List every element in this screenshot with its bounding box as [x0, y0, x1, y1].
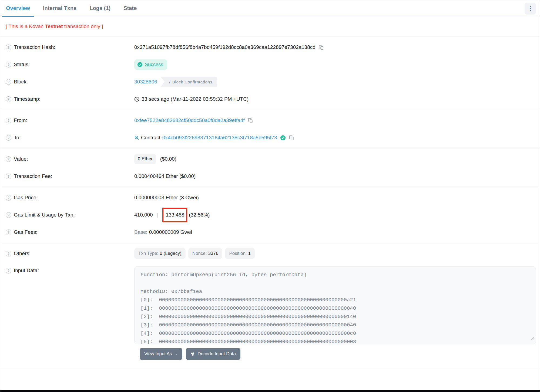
- badge-txn-type: Txn Type:0 (Legacy): [134, 248, 186, 259]
- copy-icon[interactable]: [319, 45, 324, 50]
- tab-state[interactable]: State: [119, 0, 141, 17]
- row-block: ? Block: 30328606 7 Block Confirmations: [0, 73, 540, 90]
- help-icon[interactable]: ?: [6, 229, 11, 235]
- transaction-fee-label: Transaction Fee:: [14, 173, 52, 179]
- row-gas-price: ? Gas Price: 0.000000003 Ether (3 Gwei): [0, 189, 540, 206]
- input-actions: View Input As ⌄ Decode Input Data: [140, 348, 540, 360]
- notice-text-suffix: transaction only ]: [63, 23, 103, 29]
- help-icon[interactable]: ?: [6, 174, 11, 179]
- tabs: OverviewInternal TxnsLogs (1)State: [2, 0, 146, 17]
- section-gas: ? Gas Price: 0.000000003 Ether (3 Gwei) …: [0, 187, 540, 243]
- section-others-input: ? Others: Txn Type:0 (Legacy)Nonce:3376P…: [0, 243, 540, 368]
- row-value: ? Value: 0 Ether ($0.00): [0, 150, 540, 168]
- gas-limit-usage-label: Gas Limit & Usage by Txn:: [14, 212, 75, 218]
- transaction-hash-value: 0x371a51097fb78df856f8b4a7bd459f192d8cc8…: [134, 44, 316, 50]
- help-icon[interactable]: ?: [6, 45, 11, 50]
- base-fee-label: Base:: [134, 229, 147, 235]
- copy-icon[interactable]: [248, 118, 253, 123]
- block-confirmations-badge: 7 Block Confirmations: [160, 77, 217, 87]
- help-icon[interactable]: ?: [6, 268, 11, 273]
- blank-line: [140, 279, 530, 288]
- help-icon[interactable]: ?: [6, 135, 11, 141]
- gas-used-percent: (32.56%): [189, 212, 210, 218]
- section-parties: ? From: 0xfee7522e8482682cf50ddc50a0f8da…: [0, 110, 540, 148]
- decode-input-data-label: Decode Input Data: [197, 351, 236, 357]
- section-value: ? Value: 0 Ether ($0.00) ? Transaction F…: [0, 148, 540, 187]
- block-number-link[interactable]: 30328606: [134, 79, 157, 85]
- gas-price-value: 0.000000003 Ether (3 Gwei): [134, 195, 199, 201]
- more-options-button[interactable]: ⋮: [525, 3, 536, 15]
- row-gas-limit-usage: ? Gas Limit & Usage by Txn: 410,000 | 13…: [0, 206, 540, 224]
- badge-position: Position:1: [225, 248, 255, 259]
- check-circle-icon: [137, 62, 143, 67]
- input-param-line: [0]:000000000000000000000000000000000000…: [140, 296, 530, 304]
- input-params: [0]:000000000000000000000000000000000000…: [140, 296, 530, 344]
- help-icon[interactable]: ?: [6, 96, 11, 102]
- separator: |: [157, 212, 158, 218]
- help-icon[interactable]: ?: [6, 156, 11, 162]
- help-icon[interactable]: ?: [6, 79, 11, 85]
- help-icon[interactable]: ?: [6, 195, 11, 201]
- status-badge: Success: [134, 59, 167, 70]
- resize-handle-icon[interactable]: [531, 334, 535, 343]
- block-label: Block:: [14, 79, 28, 85]
- transaction-detail-page: OverviewInternal TxnsLogs (1)State ⋮ [ T…: [0, 0, 540, 392]
- to-kind-label: Contract: [141, 135, 160, 141]
- verified-check-icon: [280, 135, 286, 141]
- section-summary: ? Transaction Hash: 0x371a51097fb78df856…: [0, 37, 540, 110]
- view-input-as-button[interactable]: View Input As ⌄: [140, 348, 182, 360]
- row-transaction-hash: ? Transaction Hash: 0x371a51097fb78df856…: [0, 39, 540, 56]
- gas-price-label: Gas Price:: [14, 195, 38, 201]
- status-label: Status:: [14, 62, 30, 67]
- bottom-bar: [0, 390, 540, 392]
- clock-icon: [134, 97, 139, 102]
- gas-limit-value: 410,000: [134, 212, 153, 218]
- ether-value-badge: 0 Ether: [134, 154, 156, 164]
- help-icon[interactable]: ?: [6, 212, 11, 218]
- notice-text: [ This is a Kovan: [6, 23, 45, 29]
- function-signature: Function: performUpkeep(uint256 id, byte…: [140, 271, 530, 279]
- tab-internal-txns[interactable]: Internal Txns: [39, 0, 81, 17]
- zoom-in-icon[interactable]: [134, 135, 139, 140]
- gas-used-value: 133,488: [166, 212, 185, 218]
- row-status: ? Status: Success: [0, 56, 540, 73]
- transaction-hash-label: Transaction Hash:: [14, 44, 55, 50]
- testnet-notice: [ This is a Kovan Testnet transaction on…: [0, 17, 540, 37]
- input-data-box[interactable]: Function: performUpkeep(uint256 id, byte…: [134, 266, 536, 344]
- input-param-line: [1]:000000000000000000000000000000000000…: [140, 304, 530, 313]
- method-id: MethodID: 0x7bbaf1ea: [140, 288, 530, 296]
- row-input-data: ? Input Data: Function: performUpkeep(ui…: [0, 262, 540, 344]
- input-param-line: [4]:000000000000000000000000000000000000…: [140, 329, 530, 338]
- transaction-fee-value: 0.000400464 Ether ($0.00): [134, 173, 196, 179]
- help-icon[interactable]: ?: [6, 62, 11, 67]
- tab-overview[interactable]: Overview: [2, 0, 34, 17]
- input-param-line: [2]:000000000000000000000000000000000000…: [140, 313, 530, 321]
- notice-bold-text: Testnet: [45, 23, 63, 29]
- gas-fees-label: Gas Fees:: [14, 229, 38, 235]
- value-label: Value:: [14, 156, 28, 162]
- to-label: To:: [14, 135, 21, 141]
- view-input-as-label: View Input As: [144, 351, 172, 357]
- row-to: ? To: Contract 0x4cb093f226983713164a621…: [0, 129, 540, 146]
- badge-nonce: Nonce:3376: [188, 248, 223, 259]
- others-label: Others:: [14, 251, 31, 256]
- help-icon[interactable]: ?: [6, 251, 11, 256]
- help-icon[interactable]: ?: [6, 118, 11, 123]
- from-address-link[interactable]: 0xfee7522e8482682cf50ddc50a0f8da2a39effa…: [134, 117, 245, 123]
- input-param-line: [3]:000000000000000000000000000000000000…: [140, 321, 530, 329]
- row-timestamp: ? Timestamp: 33 secs ago (Mar-11-2022 03…: [0, 90, 540, 108]
- row-gas-fees: ? Gas Fees: Base: 0.000000009 Gwei: [0, 224, 540, 241]
- annotation-red-box: 133,488: [162, 208, 187, 222]
- base-fee-value: 0.000000009 Gwei: [149, 229, 192, 235]
- from-label: From:: [14, 117, 27, 123]
- tab-logs-1[interactable]: Logs (1): [85, 0, 115, 17]
- usd-value: ($0.00): [160, 156, 176, 162]
- timestamp-label: Timestamp:: [14, 96, 41, 102]
- tab-bar: OverviewInternal TxnsLogs (1)State ⋮: [0, 0, 540, 17]
- to-address-link[interactable]: 0x4cb093f226983713164a62138c3f718a5b595f…: [162, 135, 277, 141]
- row-others: ? Others: Txn Type:0 (Legacy)Nonce:3376P…: [0, 245, 540, 262]
- decode-icon: [190, 352, 195, 356]
- decode-input-data-button[interactable]: Decode Input Data: [186, 348, 240, 360]
- input-data-label: Input Data:: [14, 268, 39, 273]
- copy-icon[interactable]: [289, 135, 294, 140]
